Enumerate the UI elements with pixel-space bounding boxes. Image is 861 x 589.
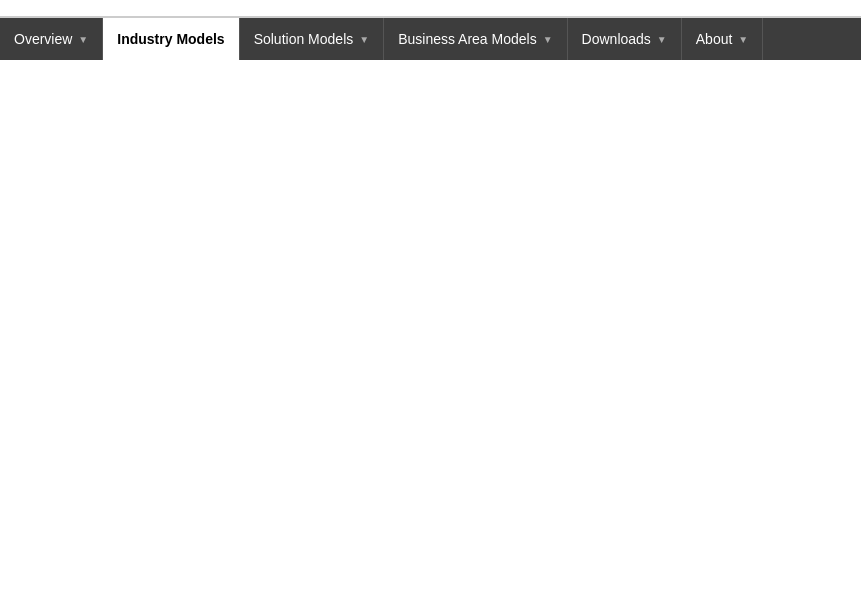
chevron-down-icon: ▼ [543, 34, 553, 45]
nav-item-downloads[interactable]: Downloads ▼ [568, 18, 682, 60]
nav-item-business-area-models[interactable]: Business Area Models ▼ [384, 18, 567, 60]
site-header [0, 0, 861, 18]
main-nav: Overview ▼Industry ModelsSolution Models… [0, 18, 861, 60]
nav-item-solution-models[interactable]: Solution Models ▼ [240, 18, 385, 60]
main-content [0, 60, 861, 80]
chevron-down-icon: ▼ [78, 34, 88, 45]
nav-item-overview[interactable]: Overview ▼ [0, 18, 103, 60]
chevron-down-icon: ▼ [359, 34, 369, 45]
chevron-down-icon: ▼ [738, 34, 748, 45]
chevron-down-icon: ▼ [657, 34, 667, 45]
nav-item-about[interactable]: About ▼ [682, 18, 764, 60]
nav-item-industry-models[interactable]: Industry Models [103, 18, 239, 60]
